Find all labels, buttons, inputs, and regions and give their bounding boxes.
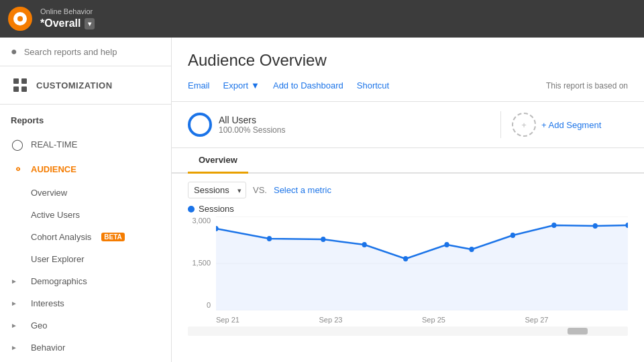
segment-bar: All Users 100.00% Sessions + + Add Segme… <box>172 102 644 148</box>
chart-wrap: 3,000 1,500 0 <box>188 217 628 324</box>
toolbar: Email Export ▼ Add to Dashboard Shortcut… <box>188 78 628 93</box>
svg-point-10 <box>362 242 367 247</box>
y-label-3000: 3,000 <box>188 217 215 225</box>
main-layout: ● CUSTOMIZATION Reports ◯ REAL-TIME ⚬ AU… <box>0 38 644 362</box>
segment-info: All Users 100.00% Sessions <box>219 115 285 135</box>
demographics-label: Demographics <box>24 276 87 286</box>
metric-select-wrap[interactable]: Sessions <box>188 182 246 198</box>
person-icon: ⚬ <box>11 163 24 176</box>
svg-rect-2 <box>13 86 19 92</box>
svg-point-8 <box>267 236 272 241</box>
sessions-dot <box>188 206 195 213</box>
behavior-arrow-icon: ► <box>11 344 17 351</box>
svg-point-13 <box>469 247 474 252</box>
content-area: Audience Overview Email Export ▼ Add to … <box>172 38 644 362</box>
behavior-label: Behavior <box>24 343 65 353</box>
export-button[interactable]: Export ▼ <box>223 78 266 93</box>
logo-inner <box>13 12 27 25</box>
x-label-sep21: Sep 21 <box>216 316 239 324</box>
audience-label: AUDIENCE <box>31 164 76 174</box>
svg-rect-0 <box>13 78 19 84</box>
report-note: This report is based on <box>546 81 628 90</box>
chart-svg <box>216 217 628 310</box>
select-metric-link[interactable]: Select a metric <box>274 185 331 195</box>
svg-point-11 <box>403 256 408 261</box>
search-bar[interactable]: ● <box>0 38 171 66</box>
overview-label: Overview <box>31 188 67 198</box>
reports-section: Reports <box>0 105 171 132</box>
account-dropdown[interactable]: ▾ <box>85 18 95 29</box>
add-segment-icon: + <box>512 113 536 137</box>
segment-detail: 100.00% Sessions <box>219 125 285 135</box>
segment-item[interactable]: All Users 100.00% Sessions <box>188 113 490 137</box>
search-icon: ● <box>11 46 17 58</box>
export-dropdown-icon: ▼ <box>251 80 260 90</box>
svg-rect-3 <box>21 86 27 92</box>
scrollbar-thumb[interactable] <box>568 328 588 335</box>
realtime-label: REAL-TIME <box>31 139 77 149</box>
shortcut-button[interactable]: Shortcut <box>357 78 396 93</box>
svg-point-12 <box>444 242 449 247</box>
user-explorer-label: User Explorer <box>31 254 84 264</box>
active-users-label: Active Users <box>31 210 80 220</box>
add-segment-label: + Add Segment <box>541 120 601 130</box>
add-dashboard-button[interactable]: Add to Dashboard <box>273 78 350 93</box>
sidebar-item-active-users[interactable]: Active Users <box>0 204 171 226</box>
geo-arrow-icon: ► <box>11 322 17 329</box>
sessions-label: Sessions <box>188 204 628 214</box>
customization-label: CUSTOMIZATION <box>36 80 113 90</box>
cohort-label: Cohort Analysis <box>31 232 91 242</box>
segment-divider <box>500 111 501 138</box>
sidebar-item-audience[interactable]: ⚬ AUDIENCE <box>0 157 171 182</box>
y-labels: 3,000 1,500 0 <box>188 217 215 310</box>
x-label-sep27: Sep 27 <box>525 316 549 324</box>
interests-arrow-icon: ► <box>11 300 17 307</box>
svg-point-14 <box>511 233 515 238</box>
interests-label: Interests <box>24 298 64 308</box>
vs-label: VS. <box>253 185 267 195</box>
search-input[interactable] <box>24 47 160 57</box>
tab-overview[interactable]: Overview <box>188 148 248 174</box>
x-label-sep23: Sep 23 <box>319 316 343 324</box>
tabs-bar: Overview <box>172 148 644 174</box>
sidebar-item-overview[interactable]: Overview <box>0 182 171 204</box>
y-label-1500: 1,500 <box>188 259 215 267</box>
svg-point-16 <box>593 223 598 229</box>
reports-label: Reports <box>11 111 160 129</box>
beta-badge: BETA <box>101 233 124 241</box>
x-label-sep25: Sep 25 <box>422 316 445 324</box>
email-button[interactable]: Email <box>188 78 217 93</box>
add-segment-button[interactable]: + + Add Segment <box>512 113 601 137</box>
customization-item[interactable]: CUSTOMIZATION <box>0 66 171 105</box>
sidebar-item-interests[interactable]: ► Interests <box>0 292 171 314</box>
sidebar-item-cohort[interactable]: Cohort Analysis BETA <box>0 226 171 248</box>
svg-point-9 <box>321 237 325 242</box>
sidebar-item-user-explorer[interactable]: User Explorer <box>0 248 171 270</box>
chart-controls: Sessions VS. Select a metric <box>172 174 644 204</box>
sidebar-item-demographics[interactable]: ► Demographics <box>0 270 171 292</box>
svg-point-15 <box>551 223 556 228</box>
sidebar: ● CUSTOMIZATION Reports ◯ REAL-TIME ⚬ AU… <box>0 38 172 362</box>
customization-icon <box>11 76 30 95</box>
svg-rect-1 <box>21 78 27 84</box>
account-info: Online Behavior *Overall ▾ <box>40 7 95 30</box>
account-type: Online Behavior <box>40 7 95 16</box>
page-title: Audience Overview <box>188 51 628 70</box>
clock-icon: ◯ <box>11 138 24 151</box>
account-name: *Overall ▾ <box>40 17 95 31</box>
demographics-arrow-icon: ► <box>11 278 17 285</box>
sidebar-item-geo[interactable]: ► Geo <box>0 314 171 337</box>
chart-scrollbar[interactable] <box>188 326 628 336</box>
chart-area: Sessions 3,000 1,500 0 <box>172 204 644 336</box>
topbar: Online Behavior *Overall ▾ <box>0 0 644 38</box>
metric-select[interactable]: Sessions <box>188 182 246 198</box>
segment-circle <box>188 113 212 137</box>
page-header: Audience Overview Email Export ▼ Add to … <box>172 38 644 102</box>
app-logo <box>8 7 32 31</box>
sidebar-item-behavior[interactable]: ► Behavior <box>0 337 171 359</box>
y-label-0: 0 <box>188 301 215 309</box>
sidebar-item-realtime[interactable]: ◯ REAL-TIME <box>0 132 171 157</box>
chart-svg-container <box>216 217 628 310</box>
geo-label: Geo <box>24 320 48 330</box>
x-labels: Sep 21 Sep 23 Sep 25 Sep 27 <box>216 316 628 324</box>
